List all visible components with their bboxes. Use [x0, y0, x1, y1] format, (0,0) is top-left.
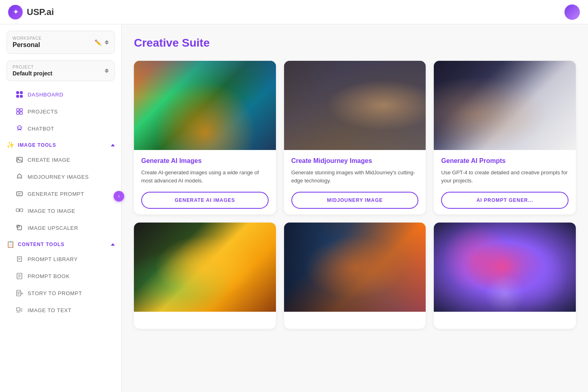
create-image-icon: [15, 156, 24, 164]
sidebar-item-midjourney[interactable]: Midjourney images: [4, 169, 117, 185]
sidebar-toggle[interactable]: ‹: [114, 191, 124, 201]
workspace-label: WORKSPACE: [13, 36, 41, 41]
main-layout: WORKSPACE Personal ✏️ PROJECT Default pr…: [0, 24, 588, 392]
card-image-bokeh: [434, 223, 576, 312]
image-upscaler-icon: [15, 224, 24, 232]
sidebar-item-generate-prompt-label: Generate prompt: [28, 191, 84, 197]
sidebar-item-midjourney-label: Midjourney images: [28, 174, 89, 180]
sidebar-item-dashboard-label: DASHBOARD: [28, 92, 63, 98]
svg-rect-10: [16, 209, 19, 212]
card-image-sketch: [434, 61, 576, 150]
card-title-3: Generate AI Prompts: [441, 157, 569, 165]
svg-rect-11: [20, 209, 23, 212]
edit-icon[interactable]: ✏️: [94, 39, 102, 47]
workspace-info: WORKSPACE Personal: [13, 36, 41, 49]
image-tools-collapse-icon[interactable]: [111, 144, 115, 146]
card-desc-2: Generate stunning images with MidJourney…: [291, 169, 419, 184]
workspace-name: Personal: [13, 41, 41, 49]
project-info: PROJECT Default project: [13, 65, 52, 77]
sidebar-item-create-image-label: Create Image: [28, 157, 70, 163]
prompt-library-icon: [15, 255, 24, 263]
sidebar-item-image-to-text-label: Image to text: [28, 307, 71, 313]
card-body-4: [134, 312, 276, 329]
svg-rect-1: [20, 109, 22, 111]
sidebar-item-image-to-image[interactable]: Image to image: [4, 203, 117, 219]
cards-grid: Generate AI Images Create AI-generated i…: [134, 61, 576, 329]
image-to-text-icon: [15, 306, 24, 314]
app-logo[interactable]: ✦ USP.ai: [8, 5, 54, 19]
image-tools-section-header[interactable]: ✨ IMAGE TOOLS: [0, 137, 121, 151]
card-body-5: [284, 312, 426, 329]
content-tools-section-header[interactable]: 📋 CONTENT TOOLS: [0, 236, 121, 251]
card-image-flower: [134, 223, 276, 312]
svg-rect-2: [17, 112, 19, 114]
sidebar-item-image-to-text[interactable]: Image to text: [4, 302, 117, 318]
sidebar-item-prompt-book-label: Prompt book: [28, 273, 70, 279]
user-avatar[interactable]: [564, 4, 580, 20]
card-desc-3: Use GPT-4 to create detailed and creativ…: [441, 169, 569, 184]
prompt-book-icon: [15, 272, 24, 280]
ai-prompts-button[interactable]: AI PROMPT GENER...: [441, 192, 569, 209]
app-name: USP.ai: [27, 7, 54, 17]
card-body-6: [434, 312, 576, 329]
card-6: [434, 223, 576, 329]
svg-rect-9: [17, 192, 22, 196]
card-body-2: Create Midjourney Images Generate stunni…: [284, 150, 426, 214]
svg-rect-0: [17, 109, 19, 111]
projects-icon: [15, 107, 24, 116]
sidebar-item-image-to-image-label: Image to image: [28, 208, 75, 214]
midjourney-icon: [15, 173, 24, 181]
story-to-prompt-icon: [15, 289, 24, 297]
midjourney-images-button[interactable]: MIDJOUNERY IMAGE: [291, 192, 419, 209]
sidebar-item-prompt-library[interactable]: Prompt library: [4, 251, 117, 267]
content-tools-header-left: 📋 CONTENT TOOLS: [6, 240, 65, 248]
card-body-3: Generate AI Prompts Use GPT-4 to create …: [434, 150, 576, 214]
card-generate-ai-images: Generate AI Images Create AI-generated i…: [134, 61, 276, 214]
sidebar-item-image-upscaler-label: Image upscaler: [28, 225, 78, 231]
sidebar-item-image-upscaler[interactable]: Image upscaler: [4, 220, 117, 236]
card-5: [284, 223, 426, 329]
card-ai-prompts: Generate AI Prompts Use GPT-4 to create …: [434, 61, 576, 214]
sidebar-item-chatbot[interactable]: CHATBOT: [4, 120, 117, 137]
image-tools-icon: ✨: [6, 141, 15, 149]
svg-rect-3: [20, 112, 22, 114]
card-image-forest: [134, 61, 276, 150]
svg-rect-12: [17, 225, 19, 227]
workspace-box[interactable]: WORKSPACE Personal ✏️: [6, 31, 115, 54]
workspace-controls: ✏️: [94, 39, 109, 47]
card-image-tech: [284, 223, 426, 312]
chatbot-icon: [15, 124, 24, 133]
workspace-toggle[interactable]: [105, 40, 109, 45]
generate-prompt-icon: [15, 190, 24, 198]
project-box[interactable]: PROJECT Default project: [6, 60, 115, 81]
sidebar-item-chatbot-label: CHATBOT: [28, 126, 54, 132]
image-tools-title: IMAGE TOOLS: [18, 142, 56, 148]
sidebar-item-prompt-book[interactable]: Prompt book: [4, 268, 117, 284]
card-4: [134, 223, 276, 329]
image-tools-header-left: ✨ IMAGE TOOLS: [6, 141, 56, 149]
content-tools-collapse-icon[interactable]: [111, 243, 115, 246]
sidebar-item-projects[interactable]: PROJECTS: [4, 103, 117, 120]
sidebar-item-dashboard[interactable]: DASHBOARD: [4, 86, 117, 103]
svg-point-6: [20, 127, 21, 128]
dashboard-icon: [15, 90, 24, 99]
card-image-face: [284, 61, 426, 150]
project-label: PROJECT: [13, 65, 52, 69]
sidebar-item-story-to-prompt[interactable]: Story to prompt: [4, 285, 117, 301]
content-tools-title: CONTENT TOOLS: [18, 242, 65, 247]
project-name: Default project: [13, 70, 52, 77]
logo-icon: ✦: [8, 5, 23, 19]
sidebar-item-create-image[interactable]: Create Image: [4, 152, 117, 168]
sidebar-item-story-to-prompt-label: Story to prompt: [28, 290, 82, 296]
generate-ai-images-button[interactable]: GENERATE AI IMAGES: [141, 192, 269, 209]
svg-rect-16: [17, 308, 20, 311]
sidebar-item-generate-prompt[interactable]: Generate prompt: [4, 186, 117, 202]
card-desc-1: Create AI-generated images using a wide …: [141, 169, 269, 184]
main-content: Creative Suite Generate AI Images Create…: [122, 24, 588, 392]
card-body-1: Generate AI Images Create AI-generated i…: [134, 150, 276, 214]
sidebar: WORKSPACE Personal ✏️ PROJECT Default pr…: [0, 24, 122, 392]
project-toggle[interactable]: [105, 69, 109, 73]
sidebar-item-projects-label: PROJECTS: [28, 109, 58, 115]
svg-point-5: [18, 127, 19, 128]
card-title-1: Generate AI Images: [141, 157, 269, 165]
